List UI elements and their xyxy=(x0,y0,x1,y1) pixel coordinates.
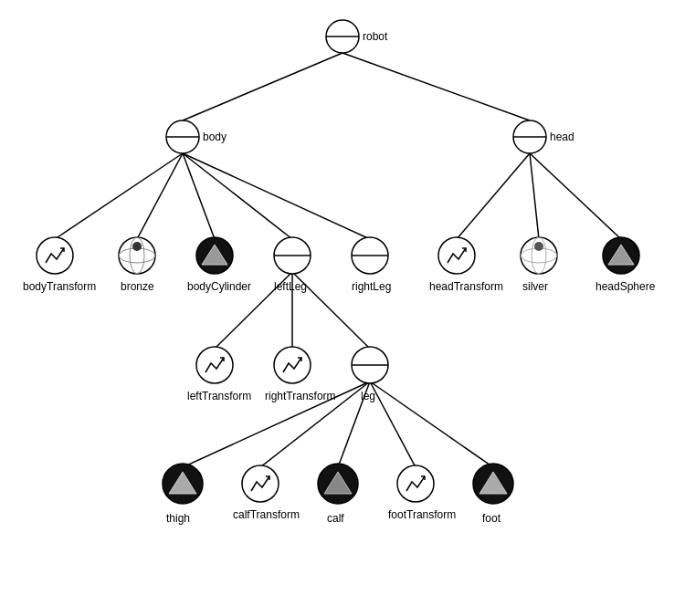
label-robot: robot xyxy=(363,30,388,43)
node-leftLeg[interactable]: leftLeg xyxy=(274,237,311,293)
label-bodyTransform: bodyTransform xyxy=(23,280,96,293)
svg-point-35 xyxy=(438,237,475,274)
node-calfTransform[interactable]: calfTransform xyxy=(233,465,300,521)
node-head[interactable]: head xyxy=(513,120,574,153)
node-calf[interactable]: calf xyxy=(318,464,358,525)
node-footTransform[interactable]: footTransform xyxy=(388,465,456,521)
label-rightTransform: rightTransform xyxy=(265,390,336,402)
label-silver: silver xyxy=(522,280,548,293)
node-bodyTransform[interactable]: bodyTransform xyxy=(23,237,96,293)
node-bronze[interactable]: bronze xyxy=(119,237,155,293)
scene-graph: robot body head bodyTransform bronze bod… xyxy=(0,0,685,616)
node-bodyCylinder[interactable]: bodyCylinder xyxy=(187,237,251,293)
svg-line-2 xyxy=(55,153,183,239)
svg-line-8 xyxy=(530,153,539,239)
node-robot[interactable]: robot xyxy=(326,20,388,53)
label-thigh: thigh xyxy=(166,512,190,525)
node-headSphere[interactable]: headSphere xyxy=(595,237,656,293)
svg-point-39 xyxy=(534,242,543,251)
svg-point-48 xyxy=(242,465,279,502)
svg-line-16 xyxy=(370,381,416,467)
svg-point-24 xyxy=(37,237,73,274)
label-leftTransform: leftTransform xyxy=(187,390,251,402)
svg-line-3 xyxy=(137,153,183,239)
label-footTransform: footTransform xyxy=(388,508,456,521)
label-leg: leg xyxy=(361,390,375,402)
node-thigh[interactable]: thigh xyxy=(163,464,203,525)
svg-point-28 xyxy=(132,242,142,251)
node-leg[interactable]: leg xyxy=(352,347,388,402)
node-rightTransform[interactable]: rightTransform xyxy=(265,347,336,402)
svg-point-51 xyxy=(397,465,434,502)
label-calfTransform: calfTransform xyxy=(233,508,300,521)
node-silver[interactable]: silver xyxy=(521,237,557,293)
label-headSphere: headSphere xyxy=(595,280,656,293)
label-head: head xyxy=(550,131,574,143)
label-headTransform: headTransform xyxy=(429,280,503,293)
svg-point-42 xyxy=(196,347,233,383)
svg-point-43 xyxy=(274,347,311,383)
label-rightLeg: rightLeg xyxy=(352,280,391,293)
node-headTransform[interactable]: headTransform xyxy=(429,237,503,293)
label-body: body xyxy=(203,131,227,143)
label-calf: calf xyxy=(327,512,344,525)
node-foot[interactable]: foot xyxy=(473,464,513,525)
svg-line-17 xyxy=(370,381,493,467)
svg-line-7 xyxy=(457,153,530,239)
label-leftLeg: leftLeg xyxy=(274,280,307,293)
node-body[interactable]: body xyxy=(166,120,227,153)
node-leftTransform[interactable]: leftTransform xyxy=(187,347,251,402)
label-bodyCylinder: bodyCylinder xyxy=(187,280,251,293)
node-rightLeg[interactable]: rightLeg xyxy=(352,237,391,293)
svg-line-9 xyxy=(530,153,621,239)
svg-line-1 xyxy=(342,53,530,120)
label-foot: foot xyxy=(482,512,501,525)
svg-line-0 xyxy=(183,53,342,120)
label-bronze: bronze xyxy=(121,280,154,293)
